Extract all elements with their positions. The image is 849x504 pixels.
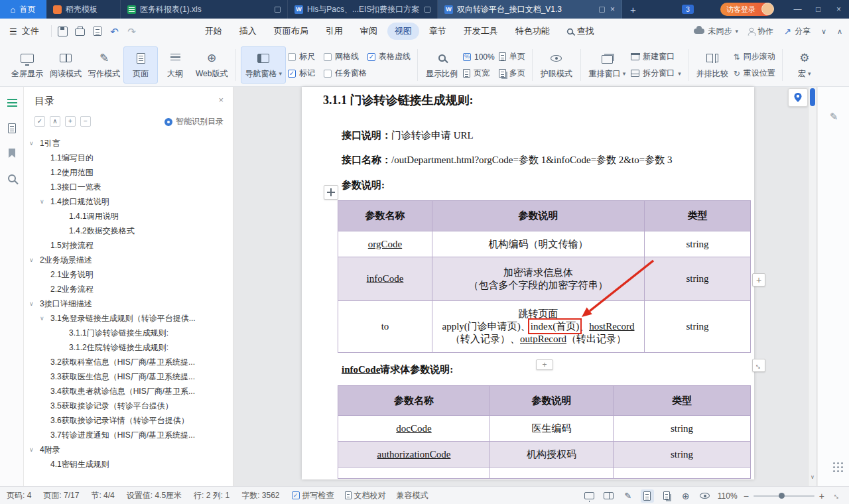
page-view-toggle[interactable]: [641, 489, 654, 503]
toc-item[interactable]: 3.1.1门诊转诊链接生成规则:: [24, 326, 233, 340]
toc-item[interactable]: 3.4获取患者就诊信息（HIS厂商/基卫系...: [24, 384, 233, 399]
smart-toc-button[interactable]: 智能识别目录: [164, 116, 224, 127]
single-page-button[interactable]: 单页: [499, 50, 525, 64]
toc-item[interactable]: 1.4.1调用说明: [24, 209, 233, 223]
table-gridlines-checkbox[interactable]: ✓ 表格虚线: [367, 51, 411, 62]
expand-level-button[interactable]: +: [65, 116, 76, 127]
compatibility-mode-label[interactable]: 兼容模式: [397, 490, 428, 501]
position-pin-widget[interactable]: [788, 88, 808, 107]
toc-item[interactable]: 1.5对接流程: [24, 238, 233, 253]
menu-review[interactable]: 审阅: [353, 23, 385, 40]
print-preview-button[interactable]: [90, 23, 105, 39]
multi-page-button[interactable]: 多页: [499, 66, 525, 80]
eye-protect-toggle[interactable]: [698, 489, 712, 503]
marks-checkbox[interactable]: ✓ 标记: [288, 68, 315, 79]
new-window-button[interactable]: 新建窗口: [631, 50, 681, 64]
chevron-down-icon[interactable]: ∨: [29, 296, 34, 311]
toc-item[interactable]: 3.5获取接诊记录（转诊平台提供）: [24, 399, 233, 413]
tab-docer-templates[interactable]: 稻壳模板: [46, 0, 121, 19]
web-layout-button[interactable]: ⊕ Web版式: [192, 46, 231, 84]
proofread-button[interactable]: 文档校对: [345, 490, 386, 501]
page-width-button[interactable]: 页宽: [463, 66, 495, 80]
save-button[interactable]: [55, 23, 71, 39]
menu-special-features[interactable]: 特色功能: [508, 23, 557, 40]
table-move-handle[interactable]: [324, 185, 338, 200]
print-button[interactable]: [72, 23, 88, 39]
toc-item[interactable]: 3.6获取接诊记录详情（转诊平台提供）: [24, 413, 233, 428]
insert-column-button[interactable]: +: [536, 359, 553, 370]
zoom-ratio-button[interactable]: 显示比例: [423, 46, 461, 84]
side-by-side-button[interactable]: 并排比较: [693, 46, 732, 84]
macro-button[interactable]: ⚙ 宏▾: [787, 46, 822, 84]
share-button[interactable]: ↗ 分享: [784, 26, 811, 37]
toc-item[interactable]: ∨3.1免登录链接生成规则（转诊平台提供...: [24, 311, 233, 326]
vertical-scrollbar[interactable]: ∨: [808, 87, 816, 486]
find-button[interactable]: 查找: [566, 25, 594, 37]
notification-badge[interactable]: 3: [682, 5, 694, 14]
gridlines-checkbox[interactable]: 网格线: [324, 51, 359, 62]
toc-item[interactable]: ∨2业务场景描述: [24, 253, 233, 267]
apps-grid-button[interactable]: [818, 462, 849, 464]
read-mode-button[interactable]: 阅读模式: [46, 46, 85, 84]
toc-item[interactable]: 1.3接口一览表: [24, 180, 233, 194]
menu-references[interactable]: 引用: [318, 23, 350, 40]
rearrange-windows-button[interactable]: 重排窗口▾: [586, 46, 629, 84]
toc-item[interactable]: 1.4.2数据交换格式: [24, 223, 233, 238]
chevron-down-icon[interactable]: ∨: [29, 136, 34, 151]
zoom-in-button[interactable]: +: [819, 491, 824, 501]
chevron-down-icon[interactable]: ∨: [821, 28, 826, 35]
toc-item[interactable]: 3.3获取医生信息（HIS厂商/基卫系统提...: [24, 369, 233, 384]
bookmark-panel-button[interactable]: [5, 147, 19, 160]
fit-page-button[interactable]: [583, 489, 596, 503]
tab-word-document[interactable]: W His与Pacs、...EIS扣费接口方案: [288, 0, 438, 19]
page-view-button[interactable]: 页面: [123, 46, 158, 84]
maximize-button[interactable]: □: [808, 0, 828, 19]
zoom-100-button[interactable]: % 100%: [463, 50, 495, 64]
menu-dev-tools[interactable]: 开发工具: [456, 23, 505, 40]
toc-item[interactable]: ∨1引言: [24, 136, 233, 151]
new-tab-button[interactable]: +: [622, 0, 644, 19]
status-word-count[interactable]: 字数: 3562: [241, 490, 279, 501]
ruler-checkbox[interactable]: 标尺: [288, 51, 315, 62]
menu-view[interactable]: 视图: [387, 23, 419, 40]
toc-item[interactable]: 2.1业务说明: [24, 267, 233, 282]
nav-pane-button[interactable]: 导航窗格▾: [241, 46, 286, 84]
toc-item[interactable]: 1.2使用范围: [24, 165, 233, 180]
tab-close-icon[interactable]: ×: [609, 5, 615, 14]
multi-page-toggle[interactable]: [660, 489, 673, 503]
toc-panel-button[interactable]: [5, 96, 19, 109]
fullscreen-view-button[interactable]: 全屏显示: [8, 46, 46, 84]
close-button[interactable]: ×: [828, 0, 849, 19]
redo-button[interactable]: ↷: [124, 23, 140, 39]
ink-annotate-button[interactable]: ✎: [818, 111, 849, 123]
eye-protect-button[interactable]: 护眼模式: [537, 46, 576, 84]
scrollbar-thumb[interactable]: [810, 88, 815, 106]
zoom-out-button[interactable]: −: [744, 491, 749, 501]
toc-item[interactable]: 4.1密钥生成规则: [24, 457, 233, 472]
file-menu-button[interactable]: ☰ 文件: [0, 19, 48, 44]
web-layout-toggle[interactable]: ⊕: [679, 489, 692, 503]
toc-item[interactable]: ∨3接口详细描述: [24, 296, 233, 311]
tab-pin-icon[interactable]: [275, 7, 281, 13]
chevron-down-icon[interactable]: ∨: [29, 442, 34, 457]
zoom-slider-thumb[interactable]: [779, 493, 785, 499]
write-mode-toggle[interactable]: ✎: [621, 489, 635, 503]
guest-login-button[interactable]: 访客登录: [720, 3, 773, 16]
nav-close-icon[interactable]: ×: [218, 95, 224, 105]
document-page[interactable]: 3.1.1 门诊转诊链接生成规则: 接口说明：门诊转诊申请 URL 接口名称：/…: [302, 87, 754, 479]
chevron-down-icon[interactable]: ∨: [29, 253, 34, 267]
select-headings-button[interactable]: ✓: [34, 116, 45, 127]
toc-item[interactable]: 1.1编写目的: [24, 151, 233, 165]
reset-position-button[interactable]: ↻ 重设位置: [734, 66, 775, 80]
toc-item[interactable]: 2.2业务流程: [24, 282, 233, 296]
tab-active-document[interactable]: W 双向转诊平台_接口文档_V1.3 ×: [438, 0, 622, 19]
table-resize-button[interactable]: ↔: [752, 359, 765, 372]
outline-view-button[interactable]: 大纲: [158, 46, 192, 84]
write-mode-button[interactable]: ✎ 写作模式: [85, 46, 123, 84]
menu-page-layout[interactable]: 页面布局: [267, 23, 316, 40]
zoom-percentage[interactable]: 110%: [718, 491, 738, 501]
toc-item[interactable]: 3.2获取科室信息（HIS厂商/基卫系统提...: [24, 355, 233, 369]
insert-row-button[interactable]: +: [752, 273, 765, 286]
toc-item[interactable]: 3.7转诊进度通知（HIS厂商/基卫系统提...: [24, 428, 233, 442]
undo-button[interactable]: ↶: [107, 23, 123, 39]
